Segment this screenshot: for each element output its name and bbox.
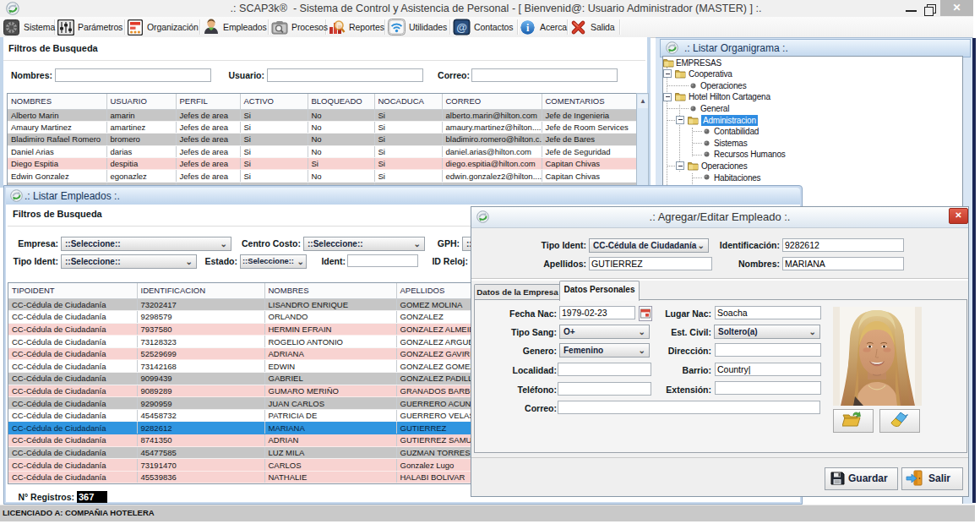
svg-text:@: @ <box>456 21 467 34</box>
